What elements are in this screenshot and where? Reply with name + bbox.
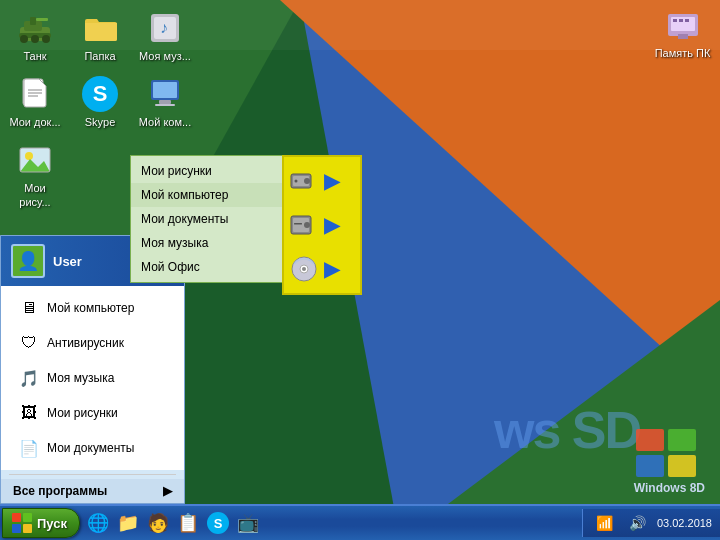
pics-label: Мои рису... [8, 182, 62, 208]
svg-rect-49 [12, 513, 21, 522]
svg-point-11 [42, 35, 50, 43]
all-programs-label: Все программы [13, 484, 107, 498]
start-button[interactable]: Пуск [2, 508, 80, 538]
svg-rect-48 [668, 455, 696, 477]
svg-rect-21 [153, 82, 177, 98]
svg-rect-33 [678, 34, 688, 39]
skype-icon: S [80, 74, 120, 114]
desktop-icon-docs[interactable]: Мои док... [5, 71, 65, 132]
svg-point-36 [304, 178, 310, 184]
desktop-icon-folder[interactable]: Папка [70, 5, 130, 66]
hdd2-icon [288, 209, 320, 241]
mycomputer-menu-icon: 🖥 [17, 296, 41, 320]
svg-rect-52 [23, 524, 32, 533]
clock: 03.02.2018 [657, 517, 712, 529]
antivirus-menu-label: Антивирусник [47, 336, 124, 350]
svg-point-40 [304, 222, 310, 228]
svg-rect-31 [679, 19, 683, 22]
svg-point-37 [295, 180, 298, 183]
icon-panel: ▶ ▶ ▶ [282, 155, 362, 295]
svg-point-10 [31, 35, 39, 43]
mydocs-menu-icon: 📄 [17, 436, 41, 460]
svg-rect-23 [155, 104, 175, 106]
mycomp-icon [145, 74, 185, 114]
submenu-item-mymusic[interactable]: Моя музыка [131, 231, 284, 255]
submenu-item-myoffice[interactable]: Мой Офис [131, 255, 284, 279]
mymusic-menu-icon: 🎵 [17, 366, 41, 390]
tray-network[interactable]: 📶 [591, 509, 619, 537]
all-programs-arrow: ▶ [163, 484, 172, 498]
panel-item-cd[interactable]: ▶ [288, 249, 356, 289]
hdd-icon [288, 165, 320, 197]
start-menu-item-mypics[interactable]: 🖼 Мои рисунки [5, 396, 180, 430]
start-label: Пуск [37, 516, 67, 531]
windows-label: Windows 8D [634, 481, 705, 495]
cd-arrow: ▶ [324, 257, 339, 281]
user-avatar: 👤 [11, 244, 45, 278]
svg-rect-22 [159, 100, 171, 104]
taskbar-icon-user[interactable]: 🧑 [144, 509, 172, 537]
start-menu-item-mymusic[interactable]: 🎵 Моя музыка [5, 361, 180, 395]
submenu-item-mypics[interactable]: Мои рисунки [131, 159, 284, 183]
hdd-arrow: ▶ [324, 169, 339, 193]
docs-icon [15, 74, 55, 114]
start-menu-item-antivirus[interactable]: 🛡 Антивирусник [5, 326, 180, 360]
submenu-item-mydocs[interactable]: Мои документы [131, 207, 284, 231]
mymusic-menu-label: Моя музыка [47, 371, 114, 385]
svg-rect-41 [294, 223, 302, 225]
music-icon: ♪ [145, 8, 185, 48]
start-menu-item-mydocs[interactable]: 📄 Мои документы [5, 431, 180, 465]
svg-rect-46 [668, 429, 696, 451]
windows-logo: Windows 8D [634, 427, 705, 495]
system-tray: 📶 🔊 03.02.2018 [582, 509, 720, 537]
submenu: Мои рисунки Мой компьютер Мои документы … [130, 155, 285, 283]
desktop-icon-skype[interactable]: S Skype [70, 71, 130, 132]
all-programs-button[interactable]: Все программы ▶ [1, 479, 184, 503]
start-menu-divider [9, 474, 176, 475]
mypics-menu-icon: 🖼 [17, 401, 41, 425]
taskbar-icon-skype[interactable]: S [204, 509, 232, 537]
desktop-icon-music[interactable]: ♪ Моя муз... [135, 5, 195, 66]
skype-label: Skype [85, 116, 116, 129]
desktop-icon-pics[interactable]: Мои рису... [5, 137, 65, 211]
taskbar-icon-tv[interactable]: 📺 [234, 509, 262, 537]
svg-text:♪: ♪ [160, 19, 168, 36]
desktop-icon-tank[interactable]: Танк [5, 5, 65, 66]
taskbar-icon-globe[interactable]: 🌐 [84, 509, 112, 537]
start-logo [11, 512, 33, 534]
svg-point-25 [25, 152, 33, 160]
start-menu-items: 🖥 Мой компьютер 🛡 Антивирусник 🎵 Моя муз… [1, 286, 184, 470]
svg-rect-45 [636, 429, 664, 451]
antivirus-menu-icon: 🛡 [17, 331, 41, 355]
tank-icon [15, 8, 55, 48]
folder-label: Папка [84, 50, 115, 63]
memory-label-text: Память ПК [655, 47, 711, 59]
svg-rect-47 [636, 455, 664, 477]
pics-icon [15, 140, 55, 180]
mydocs-menu-label: Мои документы [47, 441, 134, 455]
svg-point-44 [302, 267, 306, 271]
docs-label: Мои док... [9, 116, 60, 129]
svg-rect-51 [12, 524, 21, 533]
start-menu-item-mycomputer[interactable]: 🖥 Мой компьютер [5, 291, 180, 325]
panel-item-hdd2[interactable]: ▶ [288, 205, 356, 245]
desktop-icon-memory[interactable]: Память ПК [650, 5, 715, 59]
svg-rect-7 [30, 17, 36, 25]
svg-rect-50 [23, 513, 32, 522]
mycomp-label: Мой ком... [139, 116, 191, 129]
submenu-item-mycomp[interactable]: Мой компьютер [131, 183, 284, 207]
desktop-icon-mycomp[interactable]: Мой ком... [135, 71, 195, 132]
svg-rect-30 [673, 19, 677, 22]
panel-item-hdd[interactable]: ▶ [288, 161, 356, 201]
tank-label: Танк [23, 50, 46, 63]
mypics-menu-label: Мои рисунки [47, 406, 118, 420]
skype-logo: S [82, 76, 118, 112]
hdd2-arrow: ▶ [324, 213, 339, 237]
mycomputer-menu-label: Мой компьютер [47, 301, 134, 315]
svg-point-9 [20, 35, 28, 43]
cd-icon [288, 253, 320, 285]
taskbar-icon-folder[interactable]: 📁 [114, 509, 142, 537]
taskbar-icon-clipboard[interactable]: 📋 [174, 509, 202, 537]
tray-volume[interactable]: 🔊 [624, 509, 652, 537]
username-label: User [53, 254, 82, 269]
